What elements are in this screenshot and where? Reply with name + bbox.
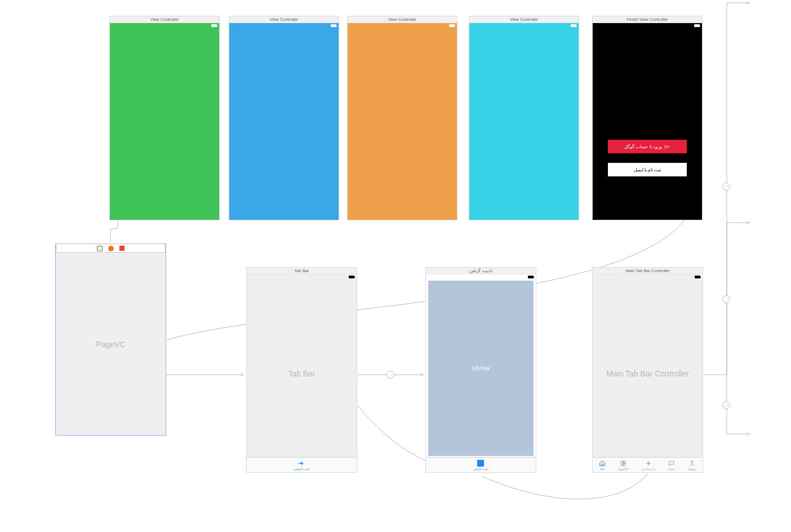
scene-body <box>229 23 339 220</box>
uiview-label: UIView <box>472 365 490 371</box>
tab-profile[interactable]: پروفایل <box>688 460 696 471</box>
tab-watch[interactable]: تماشا <box>668 460 675 471</box>
chat-icon <box>668 460 675 467</box>
scene-title: نادیده گرفتن <box>426 268 536 274</box>
scene-vc2[interactable]: View Controller <box>229 16 339 220</box>
email-signup-label: ثبت نام با ایمیل <box>634 167 661 172</box>
tab-item-ignore[interactable]: ➜ نادیده گرفتن <box>294 460 309 471</box>
tab-item-ignore[interactable]: نادیده گرفتن <box>473 460 488 471</box>
scene-title: View Controller <box>469 16 579 23</box>
status-bar <box>593 23 702 28</box>
viewcontroller-icon[interactable] <box>97 246 103 251</box>
exit-icon[interactable] <box>119 246 125 251</box>
tab-label: ثبت سفارش <box>641 467 656 471</box>
email-signup-button[interactable]: ثبت نام با ایمیل <box>608 163 687 176</box>
segue-indicator[interactable]: ⟋ <box>722 183 730 190</box>
scene-ignore[interactable]: نادیده گرفتن UIView نادیده گرفتن <box>425 267 536 473</box>
scene-body <box>469 23 579 220</box>
tabbar-center-label: Tab Bar <box>247 274 357 472</box>
scene-title: View Controller <box>229 16 339 23</box>
scene-body <box>110 23 219 220</box>
segue-indicator[interactable]: ⟋ <box>386 371 394 379</box>
first-responder-icon[interactable] <box>108 246 114 251</box>
segue-indicator[interactable]: ⟋ <box>722 401 730 409</box>
svg-point-0 <box>691 461 693 463</box>
tab-bar[interactable]: ➜ نادیده گرفتن <box>247 457 357 472</box>
pagevc-label: PageVC <box>56 254 166 435</box>
scene-vc1[interactable]: View Controller <box>109 16 220 220</box>
scene-vc4[interactable]: View Controller <box>469 16 579 220</box>
scene-vc5-login[interactable]: Fiveth View Controller ورود با حساب گوگل… <box>592 16 703 220</box>
scene-body: Main Tab Bar Controller خانه کاتگوریها ث… <box>593 274 703 472</box>
scene-body: PageVC <box>56 254 166 435</box>
arrow-right-icon: ➜ <box>298 460 305 467</box>
tab-label: نادیده گرفتن <box>473 467 488 471</box>
scene-title: Tab Bar <box>247 268 357 274</box>
profile-icon <box>688 460 695 467</box>
status-bar <box>426 274 536 280</box>
tab-bar[interactable]: نادیده گرفتن <box>426 457 536 472</box>
uiview-placeholder[interactable]: UIView <box>428 281 534 456</box>
tab-label: تماشا <box>668 467 675 471</box>
scene-title: View Controller <box>348 16 457 23</box>
tab-label: کاتگوریها <box>618 467 628 471</box>
scene-title: Fiveth View Controller <box>593 16 702 23</box>
scene-body: UIView نادیده گرفتن <box>426 274 536 472</box>
scene-tabbar[interactable]: Tab Bar Tab Bar ➜ نادیده گرفتن <box>246 267 357 473</box>
categories-icon <box>620 460 626 467</box>
home-icon <box>599 460 606 467</box>
plus-icon <box>645 460 652 467</box>
scene-body: ورود با حساب گوگل G+ ثبت نام با ایمیل <box>593 23 702 220</box>
tab-categories[interactable]: کاتگوریها <box>618 460 628 471</box>
tab-label: خانه <box>600 467 605 471</box>
scene-body <box>348 23 457 220</box>
main-tab-center-label: Main Tab Bar Controller <box>593 274 703 472</box>
tab-label: پروفایل <box>688 467 696 471</box>
battery-icon <box>528 276 534 278</box>
google-signin-button[interactable]: ورود با حساب گوگل G+ <box>608 140 687 153</box>
square-icon <box>477 460 484 467</box>
segue-indicator[interactable]: ⟋ <box>722 295 730 303</box>
scene-vc3[interactable]: View Controller <box>347 16 457 220</box>
scene-title: View Controller <box>110 16 219 23</box>
tab-bar[interactable]: خانه کاتگوریها ثبت سفارش تماشا <box>593 457 703 472</box>
scene-main-tabbar[interactable]: Main Tab Bar Controller Main Tab Bar Con… <box>592 267 703 473</box>
tab-new-order[interactable]: ثبت سفارش <box>641 460 656 471</box>
tab-home[interactable]: خانه <box>599 460 606 471</box>
scene-pagevc[interactable]: PageVC <box>55 243 166 436</box>
scene-body: Tab Bar ➜ نادیده گرفتن <box>247 274 357 472</box>
scene-title: Main Tab Bar Controller <box>593 268 703 274</box>
battery-icon <box>694 24 700 27</box>
google-signin-label: ورود با حساب گوگل <box>624 144 662 149</box>
scene-selected-header[interactable] <box>56 243 166 253</box>
tab-label: نادیده گرفتن <box>294 467 309 471</box>
google-plus-badge: G+ <box>664 144 670 149</box>
